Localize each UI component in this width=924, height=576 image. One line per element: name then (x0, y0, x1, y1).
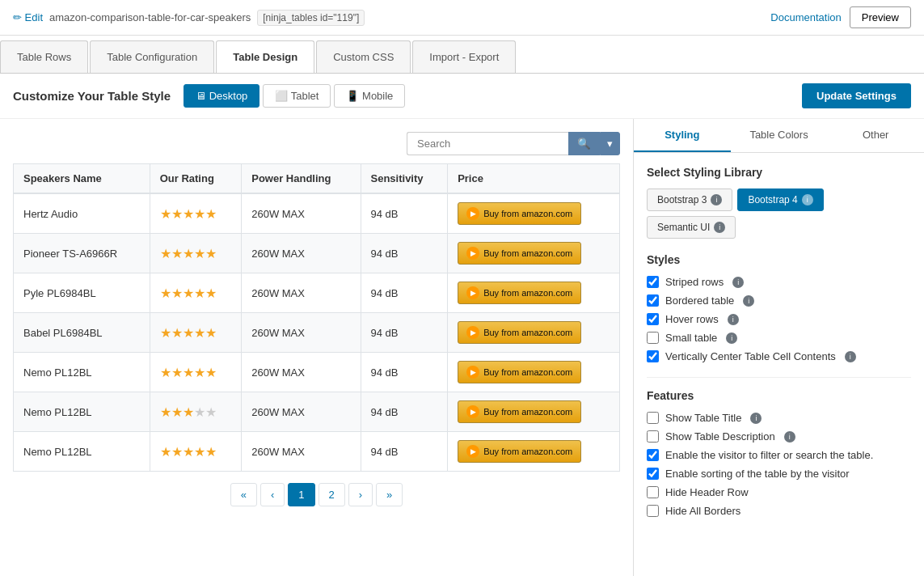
small-table-label: Small table (665, 332, 717, 344)
amazon-buy-button[interactable]: ▶ Buy from amazon.com (458, 361, 581, 383)
amazon-buy-button[interactable]: ▶ Buy from amazon.com (458, 282, 581, 304)
amazon-icon: ▶ (466, 366, 479, 379)
vertically-center-label: Vertically Center Table Cell Contents (665, 350, 836, 362)
page-1-button[interactable]: 1 (288, 483, 314, 506)
device-desktop[interactable]: 🖥 Desktop (184, 84, 259, 108)
preview-button[interactable]: Preview (850, 6, 911, 28)
amazon-buy-button[interactable]: ▶ Buy from amazon.com (458, 321, 581, 344)
stars-icon: ★★★★★ (160, 366, 217, 379)
top-bar-left: ✏ Edit amazon-comparison-table-for-car-s… (13, 10, 365, 26)
hide-header-row-label: Hide Header Row (665, 486, 749, 498)
hide-all-borders-checkbox[interactable] (647, 505, 659, 517)
amazon-buy-button[interactable]: ▶ Buy from amazon.com (458, 440, 581, 463)
panel-content: Select Styling Library Bootstrap 3 i Boo… (634, 153, 924, 544)
hide-all-borders-label: Hide All Borders (665, 505, 740, 517)
tab-import-export[interactable]: Import - Export (412, 40, 516, 73)
top-bar: ✏ Edit amazon-comparison-table-for-car-s… (0, 0, 924, 36)
update-settings-button[interactable]: Update Settings (802, 83, 911, 108)
show-table-title-info-icon[interactable]: i (750, 413, 762, 424)
col-sensitivity: Sensitivity (361, 164, 448, 194)
cell-name: Babel PL6984BL (14, 313, 150, 353)
device-buttons: 🖥 Desktop ⬜ Tablet 📱 Mobile (184, 84, 405, 108)
show-table-description-info-icon[interactable]: i (784, 431, 795, 443)
hover-rows-info-icon[interactable]: i (728, 314, 739, 325)
cell-name: Nemo PL12BL (14, 353, 150, 392)
show-table-title-row: Show Table Title i (647, 412, 911, 424)
cell-name: Pyle PL6984BL (14, 273, 150, 313)
vertically-center-info-icon[interactable]: i (845, 351, 856, 362)
stars-icon: ★★★★★ (160, 326, 217, 340)
tab-table-design[interactable]: Table Design (216, 40, 314, 73)
show-table-description-checkbox[interactable] (647, 430, 659, 443)
show-table-title-checkbox[interactable] (647, 412, 659, 424)
lib-semanticui-button[interactable]: Semantic UI i (647, 216, 736, 239)
small-table-checkbox[interactable] (647, 332, 659, 344)
lib-bootstrap3-button[interactable]: Bootstrap 3 i (647, 188, 732, 211)
amazon-icon: ▶ (466, 445, 479, 458)
hover-rows-label: Hover rows (665, 313, 719, 325)
amazon-icon: ▶ (466, 247, 479, 260)
amazon-buy-button[interactable]: ▶ Buy from amazon.com (458, 242, 581, 265)
lib-bootstrap4-button[interactable]: Bootstrap 4 i (737, 188, 823, 211)
striped-rows-checkbox[interactable] (647, 276, 659, 288)
cell-name: Pioneer TS-A6966R (14, 234, 150, 273)
amazon-icon: ▶ (466, 207, 479, 220)
table-preview: 🔍 ▾ Speakers Name Our Rating Power Handl… (0, 119, 633, 576)
cell-rating: ★★★★★ (150, 392, 242, 432)
table-header-row: Speakers Name Our Rating Power Handling … (14, 164, 620, 194)
device-mobile[interactable]: 📱 Mobile (334, 84, 405, 108)
enable-filter-checkbox[interactable] (647, 449, 659, 461)
search-button[interactable]: 🔍 (568, 132, 600, 155)
page-first-button[interactable]: « (230, 483, 257, 506)
cell-price: ▶ Buy from amazon.com (448, 234, 620, 273)
page-prev-button[interactable]: ‹ (260, 483, 285, 506)
amazon-buy-button[interactable]: ▶ Buy from amazon.com (458, 202, 581, 225)
cell-power: 260W MAX (242, 392, 361, 432)
search-dropdown-button[interactable]: ▾ (600, 132, 620, 155)
customize-left: Customize Your Table Style 🖥 Desktop ⬜ T… (13, 84, 405, 108)
stars-icon: ★★★★★ (160, 247, 217, 260)
hide-header-row: Hide Header Row (647, 486, 911, 498)
cell-name: Hertz Audio (14, 193, 150, 234)
search-input[interactable] (407, 132, 568, 155)
tab-table-configuration[interactable]: Table Configuration (90, 40, 214, 73)
cell-power: 260W MAX (242, 273, 361, 313)
striped-rows-label: Striped rows (665, 276, 724, 288)
cell-price: ▶ Buy from amazon.com (448, 432, 620, 472)
cell-sensitivity: 94 dB (361, 273, 448, 313)
panel-tab-styling[interactable]: Styling (634, 119, 731, 152)
tab-table-rows[interactable]: Table Rows (0, 40, 88, 73)
small-table-info-icon[interactable]: i (726, 332, 737, 344)
cell-rating: ★★★★★ (150, 273, 242, 313)
col-power-handling: Power Handling (242, 164, 361, 194)
cell-sensitivity: 94 dB (361, 432, 448, 472)
striped-rows-info-icon[interactable]: i (732, 277, 744, 288)
hover-rows-checkbox[interactable] (647, 313, 659, 325)
main-tabs: Table Rows Table Configuration Table Des… (0, 36, 924, 74)
cell-sensitivity: 94 dB (361, 392, 448, 432)
vertically-center-checkbox[interactable] (647, 350, 659, 362)
page-next-button[interactable]: › (348, 483, 373, 506)
bordered-table-label: Bordered table (665, 294, 734, 307)
cell-rating: ★★★★★ (150, 432, 242, 472)
device-tablet[interactable]: ⬜ Tablet (263, 84, 331, 108)
page-2-button[interactable]: 2 (319, 483, 345, 506)
library-buttons: Bootstrap 3 i Bootstrap 4 i Semantic UI … (647, 188, 911, 239)
cell-power: 260W MAX (242, 313, 361, 353)
table-row: Pioneer TS-A6966R ★★★★★ 260W MAX 94 dB ▶… (14, 234, 620, 273)
striped-rows-row: Striped rows i (647, 276, 911, 288)
edit-button[interactable]: ✏ Edit (13, 11, 43, 23)
hide-header-row-checkbox[interactable] (647, 486, 659, 498)
amazon-buy-button[interactable]: ▶ Buy from amazon.com (458, 400, 581, 423)
pagination: « ‹ 1 2 › » (13, 483, 620, 506)
bordered-table-checkbox[interactable] (647, 294, 659, 307)
documentation-link[interactable]: Documentation (770, 11, 841, 23)
page-last-button[interactable]: » (376, 483, 403, 506)
panel-tab-table-colors[interactable]: Table Colors (731, 119, 828, 152)
tab-custom-css[interactable]: Custom CSS (316, 40, 411, 73)
enable-sorting-checkbox[interactable] (647, 468, 659, 480)
panel-tab-other[interactable]: Other (827, 119, 924, 152)
table-row: Hertz Audio ★★★★★ 260W MAX 94 dB ▶ Buy f… (14, 193, 620, 234)
styles-section: Styles Striped rows i Bordered table i H… (647, 253, 911, 362)
bordered-table-info-icon[interactable]: i (743, 295, 754, 307)
